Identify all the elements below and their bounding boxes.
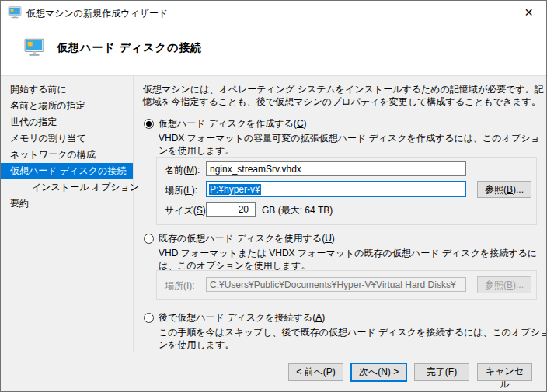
radio-attach-later-label: 後で仮想ハード ディスクを接続する(A) <box>159 311 325 324</box>
radio-unselected-icon <box>144 234 154 244</box>
sidebar-item-summary[interactable]: 要約 <box>1 196 133 212</box>
radio-use-existing-vhd[interactable]: 既存の仮想ハード ディスクを使用する(U) <box>144 232 335 245</box>
existing-vhd-location-input <box>206 277 466 292</box>
back-button[interactable]: < 前へ(P) <box>288 363 343 381</box>
sidebar-item-memory[interactable]: メモリの割り当て <box>1 130 133 147</box>
browse-button[interactable]: 参照(B)... <box>477 181 531 198</box>
wizard-steps-sidebar: 開始する前に 名前と場所の指定 世代の指定 メモリの割り当て ネットワークの構成… <box>1 76 134 352</box>
radio-use-existing-label: 既存の仮想ハード ディスクを使用する(U) <box>159 232 335 245</box>
radio-unselected-icon <box>144 313 154 323</box>
radio-create-vhd[interactable]: 仮想ハード ディスクを作成する(C) <box>144 117 307 130</box>
create-vhd-description: VHDX フォーマットの容量可変の拡張仮想ハード ディスクを作成するには、このオ… <box>159 132 547 157</box>
name-label: 名前(M): <box>165 164 200 177</box>
sidebar-item-generation[interactable]: 世代の指定 <box>1 114 133 130</box>
finish-button[interactable]: 完了(F) <box>414 363 469 381</box>
sidebar-item-install-options[interactable]: インストール オプション <box>1 179 133 196</box>
title-bar: 仮想マシンの新規作成ウィザード ✕ <box>1 1 546 24</box>
selected-path-text: P:¥hyper-v¥ <box>209 184 261 195</box>
sidebar-item-connect-vhd[interactable]: 仮想ハード ディスクの接続 <box>1 163 133 179</box>
window-title: 仮想マシンの新規作成ウィザード <box>26 7 168 20</box>
sidebar-item-name-location[interactable]: 名前と場所の指定 <box>1 98 133 114</box>
existing-location-label: 場所(I): <box>165 279 195 293</box>
size-label: サイズ(S): <box>165 204 208 217</box>
radio-attach-later[interactable]: 後で仮想ハード ディスクを接続する(A) <box>144 311 325 324</box>
radio-selected-icon <box>144 119 154 129</box>
vhd-name-input[interactable] <box>206 161 466 176</box>
sidebar-item-networking[interactable]: ネットワークの構成 <box>1 147 133 163</box>
cancel-button[interactable]: キャンセル <box>477 363 532 381</box>
wizard-window: 仮想マシンの新規作成ウィザード ✕ 仮想ハード ディスクの接続 開始する前に 名… <box>0 0 547 392</box>
close-icon: ✕ <box>524 6 534 19</box>
hyperv-monitor-icon <box>24 38 44 57</box>
attach-later-description: この手順を今はスキップし、後で既存の仮想ハード ディスクを接続するには、このオプ… <box>159 326 547 351</box>
page-description: 仮想マシンには、オペレーティング システムをインストールするための記憶域が必要で… <box>143 83 545 108</box>
close-button[interactable]: ✕ <box>511 1 546 24</box>
existing-browse-button: 参照(B)... <box>477 276 531 293</box>
vhd-size-input[interactable] <box>206 202 256 217</box>
vhd-location-input[interactable]: P:¥hyper-v¥ <box>206 181 466 197</box>
page-title: 仮想ハード ディスクの接続 <box>57 41 202 55</box>
wizard-header: 仮想ハード ディスクの接続 <box>1 24 546 76</box>
location-label: 場所(L): <box>165 184 197 197</box>
hyperv-monitor-icon <box>8 6 22 19</box>
radio-create-vhd-label: 仮想ハード ディスクを作成する(C) <box>159 117 307 130</box>
use-existing-description: VHD フォーマットまたは VHDX フォーマットの既存の仮想ハード ディスクを… <box>159 247 547 272</box>
next-button[interactable]: 次へ(N) > <box>350 363 407 382</box>
size-suffix: GB (最大: 64 TB) <box>262 204 333 217</box>
sidebar-item-before-you-begin[interactable]: 開始する前に <box>1 82 133 98</box>
